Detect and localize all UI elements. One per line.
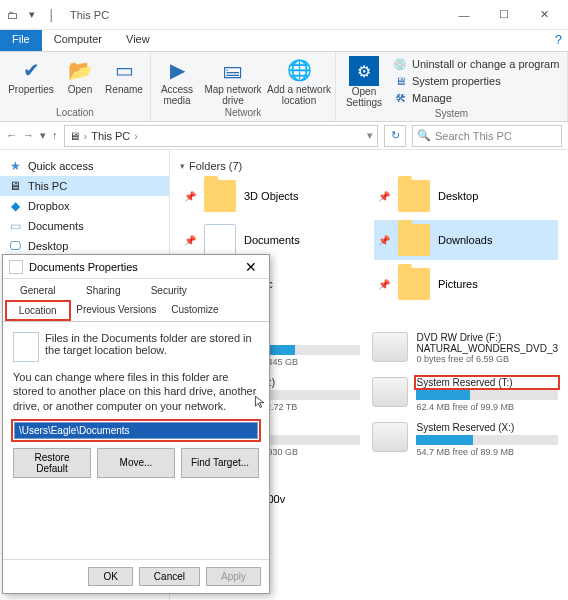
tab-file[interactable]: File: [0, 30, 42, 51]
location-path-input[interactable]: [14, 422, 258, 439]
minimize-button[interactable]: —: [444, 1, 484, 29]
qat-dropdown-icon[interactable]: ▾: [24, 7, 40, 23]
settings-icon: ⚙: [349, 56, 379, 86]
sidebar-documents[interactable]: ▭Documents: [0, 216, 169, 236]
drive-name: System Reserved (T:): [416, 377, 558, 388]
move-button[interactable]: Move...: [97, 448, 175, 478]
drive-icon: [372, 332, 408, 362]
dialog-footer: OK Cancel Apply: [3, 559, 269, 593]
drive-name: DVD RW Drive (F:) NATURAL_WONDERS_DVD_3: [416, 332, 558, 354]
tab-customize[interactable]: Customize: [162, 300, 228, 321]
rename-icon: ▭: [110, 56, 138, 84]
nav-history-icon[interactable]: ▾: [40, 129, 46, 142]
drive-item[interactable]: System Reserved (T:) 62.4 MB free of 99.…: [372, 375, 558, 414]
cancel-button[interactable]: Cancel: [139, 567, 200, 586]
close-button[interactable]: ✕: [524, 1, 564, 29]
tab-computer[interactable]: Computer: [42, 30, 114, 51]
find-target-button[interactable]: Find Target...: [181, 448, 259, 478]
desktop-icon: 🖵: [8, 239, 22, 253]
dropbox-icon: ◆: [8, 199, 22, 213]
tab-previous-versions[interactable]: Previous Versions: [71, 300, 163, 321]
tab-general[interactable]: General: [5, 281, 71, 300]
tab-security[interactable]: Security: [136, 281, 202, 300]
drive-free: 54.7 MB free of 89.9 MB: [416, 447, 558, 457]
pin-icon: 📌: [184, 191, 196, 202]
sidebar-quick-access[interactable]: ★Quick access: [0, 156, 169, 176]
access-media-button[interactable]: ▶Access media: [155, 54, 199, 107]
drive-icon: [372, 422, 408, 452]
drive-name: System Reserved (X:): [416, 422, 558, 433]
group-label-network: Network: [155, 107, 331, 119]
sidebar-dropbox[interactable]: ◆Dropbox: [0, 196, 169, 216]
ok-button[interactable]: OK: [88, 567, 132, 586]
map-drive-button[interactable]: 🖴Map network drive: [203, 54, 263, 107]
folder-pictures[interactable]: 📌Pictures: [374, 264, 558, 304]
titlebar: 🗀 ▾ │ This PC — ☐ ✕: [0, 0, 568, 30]
ribbon: ✔Properties 📂Open ▭Rename Location ▶Acce…: [0, 52, 568, 122]
system-properties-button[interactable]: 🖥System properties: [392, 73, 559, 89]
dialog-header-text: Files in the Documents folder are stored…: [45, 332, 259, 362]
drive-item[interactable]: System Reserved (X:) 54.7 MB free of 89.…: [372, 420, 558, 459]
tab-view[interactable]: View: [114, 30, 162, 51]
crumb-thispc[interactable]: This PC: [91, 130, 130, 142]
search-box[interactable]: 🔍 Search This PC: [412, 125, 562, 147]
cursor-icon: [254, 395, 268, 409]
add-network-button[interactable]: 🌐Add a network location: [267, 54, 331, 107]
search-placeholder: Search This PC: [435, 130, 512, 142]
properties-button[interactable]: ✔Properties: [4, 54, 58, 107]
folder-desktop[interactable]: 📌Desktop: [374, 176, 558, 216]
folder-icon: [398, 268, 430, 300]
sidebar-this-pc[interactable]: 🖥This PC: [0, 176, 169, 196]
pin-icon: 📌: [378, 191, 390, 202]
folder-icon: [398, 180, 430, 212]
nav-up-icon[interactable]: ↑: [52, 129, 58, 142]
open-settings-button[interactable]: ⚙Open Settings: [340, 54, 388, 108]
dialog-description: You can change where files in this folde…: [13, 370, 259, 413]
open-button[interactable]: 📂Open: [62, 54, 98, 107]
ribbon-tabs: File Computer View: [0, 30, 568, 52]
drive-free: 62.4 MB free of 99.9 MB: [416, 402, 558, 412]
sysprops-icon: 🖥: [392, 73, 408, 89]
breadcrumb[interactable]: 🖥 › This PC › ▾: [64, 125, 379, 147]
rename-button[interactable]: ▭Rename: [102, 54, 146, 107]
manage-icon: 🛠: [392, 90, 408, 106]
dialog-titlebar[interactable]: Documents Properties ✕: [3, 255, 269, 279]
tab-sharing[interactable]: Sharing: [71, 281, 137, 300]
help-icon[interactable]: ?: [555, 32, 562, 47]
dialog-body: Files in the Documents folder are stored…: [3, 322, 269, 559]
folder-downloads[interactable]: 📌Downloads: [374, 220, 558, 260]
dialog-title: Documents Properties: [29, 261, 239, 273]
capacity-bar: [416, 435, 558, 445]
ribbon-group-system: ⚙Open Settings 💿Uninstall or change a pr…: [336, 52, 568, 121]
folder-3d-objects[interactable]: 📌3D Objects: [180, 176, 364, 216]
uninstall-icon: 💿: [392, 56, 408, 72]
ribbon-group-network: ▶Access media 🖴Map network drive 🌐Add a …: [151, 52, 336, 121]
maximize-button[interactable]: ☐: [484, 1, 524, 29]
sidebar-desktop[interactable]: 🖵Desktop: [0, 236, 169, 256]
dialog-close-button[interactable]: ✕: [239, 259, 263, 275]
globe-icon: 🌐: [285, 56, 313, 84]
doc-icon: ▭: [8, 219, 22, 233]
nav-back-icon[interactable]: ←: [6, 129, 17, 142]
refresh-button[interactable]: ↻: [384, 125, 406, 147]
manage-button[interactable]: 🛠Manage: [392, 90, 559, 106]
uninstall-button[interactable]: 💿Uninstall or change a program: [392, 56, 559, 72]
pin-icon: 📌: [378, 279, 390, 290]
tab-blank: [202, 281, 268, 300]
group-label-location: Location: [4, 107, 146, 119]
doc-icon: [204, 224, 236, 256]
star-icon: ★: [8, 159, 22, 173]
network-drive-icon: 🖴: [219, 56, 247, 84]
drive-item[interactable]: DVD RW Drive (F:) NATURAL_WONDERS_DVD_3 …: [372, 330, 558, 369]
restore-default-button[interactable]: Restore Default: [13, 448, 91, 478]
group-label-system: System: [340, 108, 563, 120]
open-icon: 📂: [66, 56, 94, 84]
apply-button[interactable]: Apply: [206, 567, 261, 586]
crumb-dropdown-icon[interactable]: ▾: [367, 129, 373, 142]
folders-header[interactable]: Folders (7): [180, 160, 558, 172]
folder-icon: [398, 224, 430, 256]
nav-fwd-icon[interactable]: →: [23, 129, 34, 142]
pc-icon: 🖥: [69, 130, 80, 142]
tab-location[interactable]: Location: [5, 300, 71, 321]
media-icon: ▶: [163, 56, 191, 84]
